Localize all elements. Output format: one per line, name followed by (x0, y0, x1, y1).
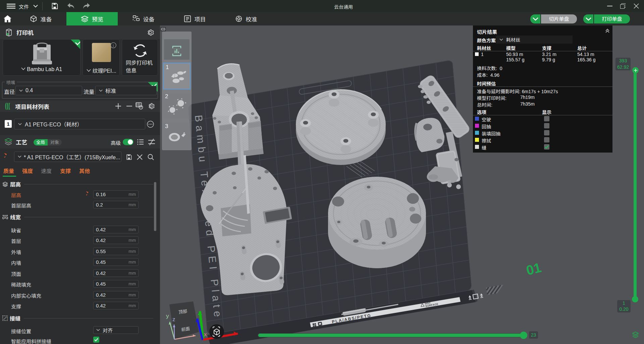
svg-text:x: x (204, 331, 207, 338)
svg-text:i: i (113, 43, 114, 48)
svg-text:顶部: 顶部 (178, 308, 187, 315)
svg-text:y: y (166, 313, 169, 319)
svg-text:z: z (172, 316, 175, 323)
svg-text:前面: 前面 (181, 325, 190, 333)
